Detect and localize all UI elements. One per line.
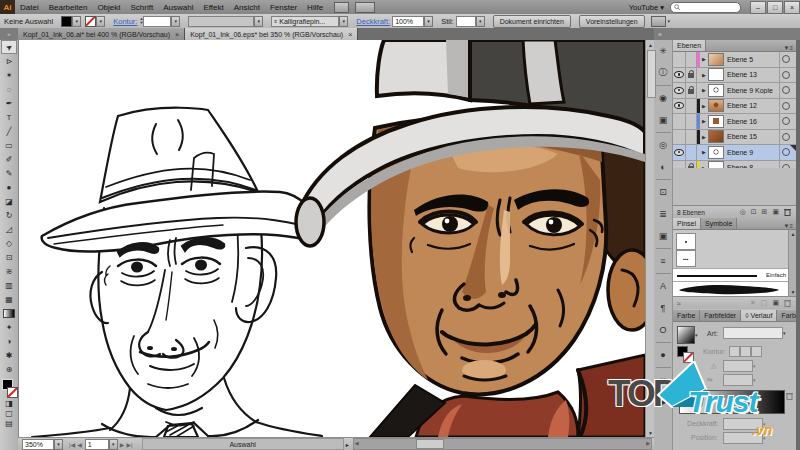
menu-auswahl[interactable]: Auswahl xyxy=(158,3,198,12)
zoom-level-input[interactable]: 350% xyxy=(22,439,54,450)
expand-icon[interactable]: ▶ xyxy=(700,118,708,124)
prev-artboard-icon[interactable]: ◀ xyxy=(77,441,82,448)
dock-edge-strip[interactable] xyxy=(796,28,800,450)
links-panel-icon[interactable]: ∞ xyxy=(655,369,672,391)
selection-tool[interactable]: ➤ xyxy=(1,40,17,54)
target-cell[interactable] xyxy=(779,114,796,129)
stroke-weight-input[interactable] xyxy=(143,16,171,27)
target-icon[interactable] xyxy=(782,102,790,110)
scrollbar-thumb[interactable] xyxy=(416,439,444,449)
visibility-cell[interactable] xyxy=(673,83,686,98)
angle-input[interactable] xyxy=(723,360,753,372)
layer-thumbnail[interactable] xyxy=(708,68,724,81)
fill-stroke-indicator[interactable] xyxy=(1,378,17,398)
free-transform-tool[interactable]: ⊡ xyxy=(1,250,17,264)
bridge-icon[interactable] xyxy=(334,2,349,13)
lock-cell[interactable] xyxy=(686,52,697,67)
mesh-tool[interactable]: ▦ xyxy=(1,292,17,306)
expand-icon[interactable]: ▶ xyxy=(700,149,708,155)
canvas-vertical-scrollbar[interactable]: ▲ ▼ xyxy=(645,40,654,437)
layer-name[interactable]: Ebene 16 xyxy=(727,118,779,125)
colored-man[interactable] xyxy=(296,40,645,437)
navigator-panel-icon[interactable]: ◉ xyxy=(655,87,672,109)
blend-tool[interactable]: ◑ xyxy=(1,334,17,348)
expand-icon[interactable]: ▶ xyxy=(700,87,708,93)
gradient-opacity-input[interactable] xyxy=(723,418,763,430)
minimize-button[interactable]: – xyxy=(750,1,766,14)
layer-thumbnail[interactable] xyxy=(708,115,724,128)
rectangle-tool[interactable]: ▭ xyxy=(1,138,17,152)
eye-icon[interactable] xyxy=(674,102,684,109)
visibility-cell[interactable] xyxy=(673,52,686,67)
layer-thumbnail[interactable] xyxy=(708,53,724,66)
delete-stop-icon[interactable] xyxy=(786,392,793,400)
zoom-level-dropdown[interactable]: ▾ xyxy=(54,439,63,450)
draw-normal-mode[interactable]: ◨ xyxy=(1,398,17,408)
expand-icon[interactable]: ▶ xyxy=(700,103,708,109)
artboard-dropdown[interactable]: ▾ xyxy=(109,439,118,450)
character-panel-icon[interactable]: A xyxy=(655,275,672,297)
gradient-fill-preview[interactable] xyxy=(677,326,695,344)
lock-icon[interactable] xyxy=(688,89,694,94)
panel-menu-icon[interactable]: ▼≡ xyxy=(784,223,796,229)
gradient-opacity-dropdown[interactable]: ▾ xyxy=(763,421,766,427)
menu-fenster[interactable]: Fenster xyxy=(265,3,302,12)
gradient-position-dropdown[interactable]: ▾ xyxy=(763,435,766,441)
delete-layer-icon[interactable] xyxy=(784,208,791,216)
lasso-tool[interactable]: ◌ xyxy=(1,82,17,96)
scrollbar-thumb[interactable] xyxy=(647,50,656,98)
layer-name[interactable]: Ebene 5 xyxy=(727,56,779,63)
app-logo[interactable]: Ai xyxy=(0,0,15,14)
brush-options-icon[interactable]: ▢ xyxy=(761,299,768,307)
magic-wand-panel-icon[interactable]: ◎ xyxy=(655,134,672,156)
artboard-number-input[interactable]: 1 xyxy=(85,439,109,450)
locate-object-icon[interactable]: ◎ xyxy=(740,208,746,216)
eyedropper-tool[interactable]: ✦ xyxy=(1,320,17,334)
gradient-position-input[interactable] xyxy=(723,432,763,444)
layer-thumbnail[interactable] xyxy=(708,130,724,143)
layer-row[interactable]: ▶ Ebene 12 xyxy=(673,99,796,115)
gradient-type-select[interactable] xyxy=(723,327,783,339)
target-cell[interactable] xyxy=(779,52,796,67)
visibility-cell[interactable] xyxy=(673,145,686,160)
variable-width-dropdown[interactable]: ▾ xyxy=(254,16,263,27)
blob-brush-tool[interactable]: ● xyxy=(1,180,17,194)
gradient-stroke-swatch[interactable] xyxy=(683,352,694,363)
layer-row[interactable]: ▶ Ebene 13 xyxy=(673,68,796,84)
actions-panel-icon[interactable]: ▶ xyxy=(655,391,672,413)
eye-icon[interactable] xyxy=(674,87,684,94)
target-cell[interactable] xyxy=(779,68,796,83)
zoom-tool[interactable]: ⊕ xyxy=(1,362,17,376)
column-graph-tool[interactable]: ▥ xyxy=(1,278,17,292)
brush-scrollbar[interactable]: ▲ ▼ xyxy=(788,230,796,296)
new-layer-icon[interactable]: ▣ xyxy=(772,208,779,216)
angle-dropdown[interactable]: ▾ xyxy=(753,363,756,369)
brush-item-charcoal[interactable] xyxy=(673,281,788,297)
gradient-tool[interactable] xyxy=(1,306,17,320)
layer-name[interactable]: Ebene 13 xyxy=(727,71,779,78)
scroll-down-icon[interactable]: ▼ xyxy=(646,428,655,437)
menu-ansicht[interactable]: Ansicht xyxy=(229,3,265,12)
rotate-tool[interactable]: ↻ xyxy=(1,208,17,222)
last-artboard-icon[interactable]: ▶| xyxy=(126,441,132,448)
tab-ebenen[interactable]: Ebenen xyxy=(673,40,706,51)
opacity-dropdown[interactable]: ▾ xyxy=(424,16,433,27)
expand-icon[interactable]: ▶ xyxy=(700,56,708,62)
lock-cell[interactable] xyxy=(686,145,697,160)
tab-symbole[interactable]: Symbole xyxy=(701,218,737,229)
tab-farbfelder[interactable]: Farbfelder xyxy=(700,310,741,321)
tab-close-icon[interactable]: × xyxy=(175,31,179,38)
layer-row[interactable]: ▶ Ebene 9 Kopie xyxy=(673,83,796,99)
stroke-weight-label[interactable]: Kontur: xyxy=(113,17,137,26)
gradient-slider[interactable] xyxy=(679,390,785,414)
stroke-color-dropdown[interactable]: ▾ xyxy=(96,16,105,27)
brush-definition-dropdown[interactable]: ▾ xyxy=(339,16,348,27)
close-button[interactable]: × xyxy=(784,1,800,14)
panel-menu-icon[interactable]: ▼≡ xyxy=(784,45,796,51)
tab-farbe[interactable]: Farbe xyxy=(673,310,700,321)
target-cell[interactable] xyxy=(779,83,796,98)
lock-cell[interactable] xyxy=(686,114,697,129)
document-tab-2[interactable]: Kopf_01_Ink_06.eps* bei 350 % (RGB/Vorsc… xyxy=(185,28,358,40)
tab-verlauf[interactable]: ◊ Verlauf xyxy=(741,310,777,321)
align-dropdown[interactable]: ▾ xyxy=(668,18,671,24)
